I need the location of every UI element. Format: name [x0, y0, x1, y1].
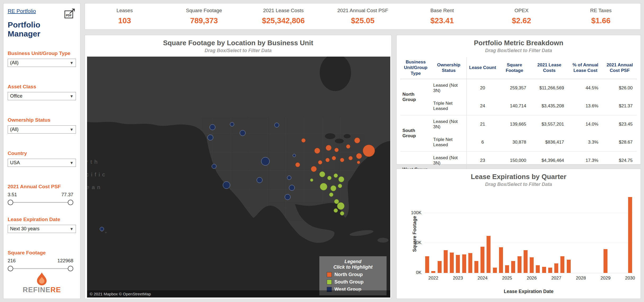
expiration-bar[interactable] [548, 268, 552, 273]
value-cell[interactable]: 23 [466, 151, 498, 170]
map-bubble-south-group[interactable] [329, 193, 333, 197]
value-cell[interactable]: 24 [466, 97, 498, 115]
map-bubble-west-group[interactable] [287, 176, 291, 180]
value-cell[interactable]: $11,266,569 [530, 79, 568, 97]
map-bubble-south-group[interactable] [338, 176, 344, 182]
map-bubble-north-group[interactable] [301, 138, 306, 143]
map-bubble-west-group[interactable] [210, 124, 215, 130]
asset-class-dropdown[interactable]: Office ▼ [8, 92, 76, 100]
value-cell[interactable]: 17.3% [568, 151, 603, 170]
expiration-bar[interactable] [431, 271, 435, 273]
value-cell[interactable]: $24.75 [602, 151, 637, 170]
expiration-bar[interactable] [505, 265, 509, 273]
slider-handle-max[interactable] [68, 266, 73, 271]
expiration-bar[interactable] [518, 256, 521, 273]
country-dropdown[interactable]: USA ▼ [8, 159, 76, 167]
map-bubble-north-group[interactable] [354, 138, 360, 143]
value-cell[interactable]: 20 [466, 79, 498, 97]
ownership-status-dropdown[interactable]: (All) ▼ [8, 125, 76, 134]
value-cell[interactable]: 150,000 [498, 151, 530, 170]
value-cell[interactable]: 30,878 [498, 133, 530, 152]
map-bubble-north-group[interactable] [314, 148, 320, 154]
map-bubble-north-group[interactable] [356, 153, 362, 159]
map-bubble-south-group[interactable] [340, 211, 344, 216]
map-bubble-south-group[interactable] [337, 202, 344, 210]
map-bubble-north-group[interactable] [295, 162, 300, 167]
expiration-bar[interactable] [542, 267, 546, 273]
expiration-bar[interactable] [628, 197, 632, 273]
map-bubble-north-group[interactable] [326, 145, 332, 151]
expiration-bar[interactable] [567, 260, 571, 273]
workbook-link[interactable]: RE Portfolio [8, 8, 36, 14]
map-bubble-south-group[interactable] [327, 176, 332, 180]
expiration-bar[interactable] [493, 268, 497, 273]
value-cell[interactable]: $28.67 [602, 133, 637, 152]
expiration-bar[interactable] [524, 250, 528, 273]
expiration-bar[interactable] [425, 256, 429, 273]
map-bubble-west-group[interactable] [230, 122, 234, 126]
pdf-export-button[interactable]: PDF [64, 8, 76, 19]
map-bubble-north-group[interactable] [346, 144, 350, 149]
map-bubble-west-group[interactable] [285, 194, 291, 200]
expiration-bar[interactable] [554, 263, 558, 273]
map-bubble-south-group[interactable] [334, 173, 338, 178]
slider-handle-min[interactable] [8, 200, 13, 205]
value-cell[interactable]: $3,557,201 [530, 115, 568, 133]
map-bubble-west-group[interactable] [293, 154, 296, 157]
map-bubble-south-group[interactable] [310, 179, 313, 182]
map-bubble-north-group[interactable] [348, 156, 353, 160]
value-cell[interactable]: 44.5% [568, 79, 603, 97]
value-cell[interactable]: 139,665 [498, 115, 530, 133]
map-bubble-south-group[interactable] [338, 184, 342, 188]
map-bubble-south-group[interactable] [319, 171, 325, 177]
value-cell[interactable]: 140,714 [498, 97, 530, 115]
map-canvas[interactable]: North Pacific Ocean Legend Click to High… [87, 57, 390, 298]
map-bubble-south-group[interactable] [320, 183, 327, 190]
map-bubble-west-group[interactable] [261, 157, 270, 166]
expiration-bar[interactable] [444, 250, 448, 273]
value-cell[interactable]: $3,435,208 [530, 97, 568, 115]
value-cell[interactable]: $23.45 [602, 115, 637, 133]
cost-psf-slider[interactable] [8, 199, 73, 206]
map-bubble-west-group[interactable] [207, 135, 213, 140]
value-cell[interactable]: $21.37 [602, 97, 637, 115]
map-bubble-south-group[interactable] [334, 208, 338, 213]
expiration-bar[interactable] [487, 236, 491, 273]
legend-item-south-group[interactable]: South Group [327, 279, 383, 285]
business-unit-dropdown[interactable]: (All) ▼ [8, 59, 76, 67]
square-footage-slider[interactable] [8, 265, 73, 272]
value-cell[interactable]: $836,417 [530, 133, 568, 152]
map-bubble-north-group[interactable] [325, 158, 330, 162]
map-bubble-north-group[interactable] [311, 166, 317, 172]
value-cell[interactable]: 21 [466, 115, 498, 133]
expiration-bar[interactable] [468, 253, 472, 273]
expiration-bar[interactable] [456, 255, 460, 273]
expiration-bar[interactable] [604, 249, 607, 273]
map-bubble-north-group[interactable] [318, 160, 322, 164]
expiration-bar[interactable] [438, 261, 442, 273]
map-bubble-north-group[interactable] [363, 145, 375, 157]
map-bubble-north-group[interactable] [340, 158, 344, 162]
map-bubble-west-group[interactable] [223, 181, 230, 189]
legend-item-north-group[interactable]: North Group [327, 272, 383, 277]
value-cell[interactable]: 13.6% [568, 97, 603, 115]
expiration-bar[interactable] [511, 261, 515, 273]
map-bubble-west-group[interactable] [240, 130, 246, 136]
map-bubble-south-group[interactable] [330, 185, 336, 191]
slider-handle-min[interactable] [8, 266, 13, 271]
map-bubble-west-group[interactable] [274, 123, 279, 127]
map-bubble-west-group[interactable] [289, 185, 295, 191]
map-bubble-west-group[interactable] [212, 164, 216, 169]
expiration-bar[interactable] [560, 256, 564, 273]
value-cell[interactable]: 3.3% [568, 133, 603, 152]
map-bubble-north-group[interactable] [357, 161, 360, 164]
value-cell[interactable]: 14.0% [568, 115, 603, 133]
lease-expiration-dropdown[interactable]: Next 30 years ▼ [8, 225, 76, 233]
expiration-bar[interactable] [462, 254, 466, 273]
expiration-bar[interactable] [480, 247, 484, 273]
map-bubble-west-group[interactable] [257, 177, 262, 183]
slider-handle-max[interactable] [68, 200, 73, 205]
expiration-bar[interactable] [530, 257, 534, 273]
map-bubble-north-group[interactable] [334, 148, 339, 152]
value-cell[interactable]: 6 [466, 133, 498, 152]
